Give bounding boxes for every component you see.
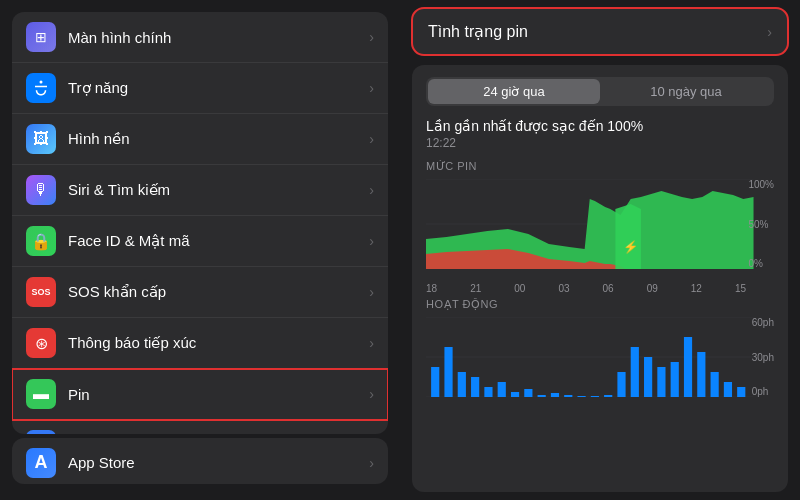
battery-time-labels: 18 21 00 03 06 09 12 15 [426,283,774,294]
last-charged-time: 12:22 [426,136,774,150]
settings-left-panel: ⊞ Màn hình chính › Trợ năng › 🖼 Hình nền… [0,0,400,500]
time-15: 15 [735,283,746,294]
chevron-icon: › [369,80,374,96]
display-icon: ⊞ [26,22,56,52]
battery-chart-section: 24 giờ qua 10 ngày qua Lần gần nhất được… [412,65,788,492]
svg-rect-19 [538,395,546,397]
accessibility-label: Trợ năng [68,79,369,97]
display-label: Màn hình chính [68,29,369,46]
svg-rect-16 [498,382,506,397]
svg-rect-14 [471,377,479,397]
battery-level-chart: ⚡ 100% 50% 0% [426,179,774,273]
battery-label: Pin [68,386,369,403]
svg-rect-31 [697,352,705,397]
privacy-icon: ✋ [26,430,56,434]
chevron-icon: › [369,386,374,402]
svg-rect-33 [724,382,732,397]
svg-rect-25 [617,372,625,397]
time-12: 12 [691,283,702,294]
svg-rect-28 [657,367,665,397]
settings-group-main: ⊞ Màn hình chính › Trợ năng › 🖼 Hình nền… [12,12,388,434]
svg-text:⚡: ⚡ [623,239,639,255]
svg-rect-17 [511,392,519,397]
sos-icon: SOS [26,277,56,307]
time-tab-row: 24 giờ qua 10 ngày qua [426,77,774,106]
tab-10d[interactable]: 10 ngày qua [600,79,772,104]
contact-icon: ⊛ [26,328,56,358]
chevron-icon: › [369,455,374,471]
chevron-icon: › [369,233,374,249]
activity-chart: 60ph 30ph 0ph [426,317,774,401]
svg-rect-34 [737,387,745,397]
sidebar-item-faceid[interactable]: 🔒 Face ID & Mật mã › [12,216,388,267]
svg-rect-22 [577,396,585,397]
chevron-icon: › [369,29,374,45]
time-00: 00 [514,283,525,294]
sidebar-item-sos[interactable]: SOS SOS khẩn cấp › [12,267,388,318]
siri-label: Siri & Tìm kiếm [68,181,369,199]
settings-group-bottom: A App Store › [12,438,388,484]
chevron-icon: › [369,284,374,300]
tab-24h[interactable]: 24 giờ qua [428,79,600,104]
accessibility-icon [26,73,56,103]
svg-rect-13 [458,372,466,397]
wallpaper-label: Hình nền [68,130,369,148]
svg-rect-27 [644,357,652,397]
svg-rect-20 [551,393,559,397]
wallpaper-icon: 🖼 [26,124,56,154]
svg-rect-26 [631,347,639,397]
svg-rect-32 [711,372,719,397]
faceid-icon: 🔒 [26,226,56,256]
svg-rect-15 [484,387,492,397]
battery-level-section-label: MỨC PIN [426,160,774,173]
time-03: 03 [558,283,569,294]
sos-label: SOS khẩn cấp [68,283,369,301]
battery-status-chevron: › [767,24,772,40]
time-18: 18 [426,283,437,294]
time-06: 06 [603,283,614,294]
svg-rect-11 [431,367,439,397]
sidebar-item-accessibility[interactable]: Trợ năng › [12,63,388,114]
svg-rect-23 [591,396,599,397]
sidebar-item-contact[interactable]: ⊛ Thông báo tiếp xúc › [12,318,388,369]
sidebar-item-battery[interactable]: ▬ Pin › [12,369,388,420]
svg-rect-30 [684,337,692,397]
battery-status-label: Tình trạng pin [428,22,528,41]
svg-rect-29 [671,362,679,397]
siri-icon: 🎙 [26,175,56,205]
faceid-label: Face ID & Mật mã [68,232,369,250]
sidebar-item-wallpaper[interactable]: 🖼 Hình nền › [12,114,388,165]
appstore-label: App Store [68,454,369,471]
time-09: 09 [647,283,658,294]
sidebar-item-siri[interactable]: 🎙 Siri & Tìm kiếm › [12,165,388,216]
battery-icon: ▬ [26,379,56,409]
chevron-icon: › [369,335,374,351]
svg-rect-24 [604,395,612,397]
battery-detail-panel: Tình trạng pin › 24 giờ qua 10 ngày qua … [400,0,800,500]
svg-rect-12 [444,347,452,397]
sidebar-item-privacy[interactable]: ✋ Quyền riêng tư › [12,420,388,434]
activity-section-label: HOẠT ĐỘNG [426,298,774,311]
chevron-icon: › [369,131,374,147]
svg-rect-21 [564,395,572,397]
contact-label: Thông báo tiếp xúc [68,334,369,352]
svg-rect-18 [524,389,532,397]
time-21: 21 [470,283,481,294]
svg-point-0 [40,81,43,84]
chevron-icon: › [369,182,374,198]
sidebar-item-display[interactable]: ⊞ Màn hình chính › [12,12,388,63]
last-charged-title: Lần gần nhất được sạc đến 100% [426,118,774,134]
battery-status-row[interactable]: Tình trạng pin › [412,8,788,55]
appstore-icon: A [26,448,56,478]
svg-marker-6 [615,204,641,269]
sidebar-item-appstore[interactable]: A App Store › [12,438,388,484]
